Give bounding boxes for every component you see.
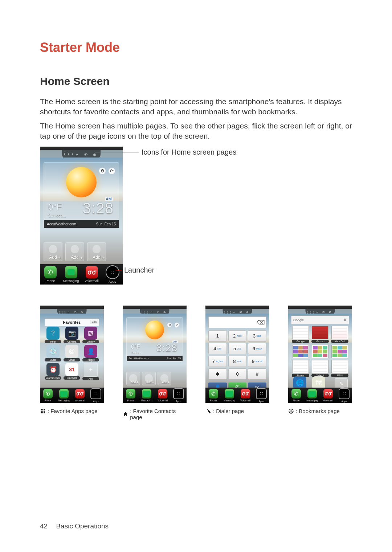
dial-input[interactable]: ⌫ [208, 316, 266, 328]
edit-button[interactable]: Edit [90, 320, 98, 324]
backspace-icon[interactable]: ⌫ [255, 317, 266, 328]
tab-home-icon[interactable]: ⌂ [74, 152, 79, 157]
dock-phone[interactable]: ✆ Phone [40, 264, 61, 285]
set-location[interactable]: Set loca... [48, 213, 66, 218]
phone-home-main: ⋮⋮⋮ ⌂ ✆ ⊕ ⚙ ⟳ AM 0°F Set loca... 3:28 Ac… [40, 147, 123, 285]
bookmark-thumb[interactable] [292, 345, 309, 358]
key-8[interactable]: 8TUV [228, 356, 247, 367]
weather-widget[interactable]: ⚙ ⟳ AM 0°F Set loca... 3:28 AccuWeather.… [44, 162, 119, 228]
bookmark-msn[interactable]: MSN [331, 360, 348, 377]
dock: ✆ Phone Messaging ൦൦ Voicemail ∷ Apps [40, 264, 123, 285]
key-3[interactable]: 3DEF [248, 330, 266, 342]
globe-icon [288, 408, 294, 414]
status-bar [40, 147, 123, 150]
mic-icon[interactable]: 🎙 [343, 318, 347, 322]
callout-launcher: Launcher [124, 266, 154, 274]
bookmark-google[interactable]: Google [292, 326, 309, 343]
svg-rect-1 [42, 409, 44, 410]
phone-icon [205, 408, 211, 414]
key-9[interactable]: 9WXYZ [248, 356, 266, 367]
dock-messaging[interactable]: Messaging [61, 264, 81, 285]
svg-rect-5 [44, 410, 45, 412]
page-title: Starter Mode [40, 40, 352, 55]
sun-icon [66, 167, 97, 197]
bookmark-picasa[interactable]: Picasa [292, 360, 309, 377]
weather-date: Sun, Feb 15 [96, 222, 116, 226]
grid-icon [40, 408, 46, 414]
svg-rect-2 [44, 409, 45, 410]
dock-voicemail[interactable]: ൦൦ Voicemail [81, 264, 102, 285]
app-music[interactable]: 💿Music [45, 345, 61, 361]
favorites-header: Favorites Edit [45, 319, 99, 326]
legend-favorite-apps: : Favorite Apps page [40, 408, 104, 414]
key-7[interactable]: 7PQRS [208, 356, 227, 367]
section-heading: Home Screen [40, 75, 352, 87]
tab-bookmarks-icon[interactable]: ⊕ [92, 152, 97, 157]
phone-favorites: ⋮⋮⋮ ⌂ ✆ ⊕ Favorites Edit ?Help📷Camera▧Ga… [40, 306, 104, 403]
dock-apps[interactable]: ∷ Apps [102, 264, 123, 285]
bookmark-thumb[interactable] [331, 345, 348, 358]
tab-dialer-icon[interactable]: ✆ [83, 152, 88, 157]
add-contact-tile[interactable]: Add+ [158, 372, 171, 385]
settings-icon[interactable]: ⚙ [99, 168, 106, 174]
key-0[interactable]: 0 [228, 368, 247, 380]
voicemail-icon: ൦൦ [86, 266, 98, 278]
dock-apps[interactable]: ∷Apps [88, 388, 104, 403]
home-icon [123, 411, 128, 417]
page-number: 42 [40, 522, 48, 530]
key-5[interactable]: 5JKL [228, 343, 247, 354]
app-alarmclock[interactable]: ⏰Alarm/Clock [45, 363, 61, 380]
bookmark-verizon[interactable]: Verizon [311, 326, 329, 343]
legend-bookmarks: : Bookmarks page [288, 408, 352, 414]
app-people[interactable]: 👤People [82, 345, 99, 361]
clock-time: 3:28 [82, 200, 114, 217]
svg-rect-3 [41, 410, 42, 412]
key-4[interactable]: 4GHI [208, 343, 227, 354]
dock-phone[interactable]: ✆Phone [40, 388, 56, 403]
key-✱[interactable]: ✱ [208, 368, 227, 380]
add-app-tile[interactable]: +Add [82, 363, 99, 380]
refresh-icon[interactable]: ⟳ [109, 168, 115, 174]
messaging-icon [65, 266, 77, 278]
paragraph-1: The Home screen is the starting point fo… [40, 97, 352, 117]
dock-voicemail[interactable]: ൦൦Voicemail [72, 388, 88, 403]
app-gallery[interactable]: ▧Gallery [82, 327, 99, 343]
app-calendar[interactable]: 31Calendar [64, 363, 80, 380]
bookmark-yahoo[interactable]: Yahoo! [311, 360, 329, 377]
svg-rect-8 [44, 412, 45, 413]
legend-dialer: : Dialer page [205, 408, 269, 414]
legend-favorite-contacts: : Favorite Contacts page [123, 408, 187, 420]
phone-contacts: ⋮⋮⋮ ⌂ ✆ ⊕ ⚙⟳ AM 0°F Set loca... 3:28 Acc… [123, 306, 187, 403]
key-#[interactable]: # [248, 368, 266, 380]
svg-rect-6 [41, 412, 42, 413]
thumbnail-row: ⋮⋮⋮ ⌂ ✆ ⊕ Favorites Edit ?Help📷Camera▧Ga… [40, 306, 352, 420]
app-camera[interactable]: 📷Camera [64, 327, 80, 343]
weather-widget[interactable]: ⚙⟳ AM 0°F Set loca... 3:28 AccuWeather.c… [126, 317, 183, 361]
add-contact-tile[interactable]: Add+ [44, 242, 62, 261]
bookmark-yourgui[interactable]: Your Gui [331, 326, 348, 343]
key-6[interactable]: 6MNO [248, 343, 266, 354]
app-help[interactable]: ?Help [45, 327, 61, 343]
dock-label: Messaging [63, 279, 79, 283]
tab-apps-icon[interactable]: ⋮⋮⋮ [66, 152, 71, 157]
phone-dialer: ⋮⋮⋮ ⌂ ✆ ⊕ ⌫ 12ABC3DEF4GHI5JKL6MNO7PQRS8T… [205, 306, 269, 403]
dock-messaging[interactable]: Messaging [56, 388, 72, 403]
annotated-figure: ⋮⋮⋮ ⌂ ✆ ⊕ ⚙ ⟳ AM 0°F Set loca... 3:28 Ac… [40, 147, 352, 292]
key-1[interactable]: 1 [208, 330, 227, 342]
search-bar[interactable]: Google 🎙 [291, 316, 349, 324]
phone-icon: ✆ [44, 266, 57, 278]
chapter-name: Basic Operations [56, 522, 109, 530]
favorite-contacts-row: Add+ Add+ Add+ [44, 242, 106, 261]
apps-launcher-icon: ∷ [106, 265, 119, 279]
add-contact-tile[interactable]: Add+ [87, 242, 106, 261]
add-contact-tile[interactable]: Add+ [65, 242, 84, 261]
key-2[interactable]: 2ABC [228, 330, 247, 342]
dock-label: Voicemail [85, 279, 99, 283]
svg-rect-0 [41, 409, 42, 410]
app-email[interactable]: @Email [64, 345, 80, 361]
bookmark-thumb[interactable] [311, 345, 329, 358]
add-contact-tile[interactable]: Add+ [142, 372, 156, 385]
weather-provider: AccuWeather.com [47, 222, 76, 226]
add-contact-tile[interactable]: Add+ [126, 372, 140, 385]
search-label: Google [293, 318, 304, 322]
